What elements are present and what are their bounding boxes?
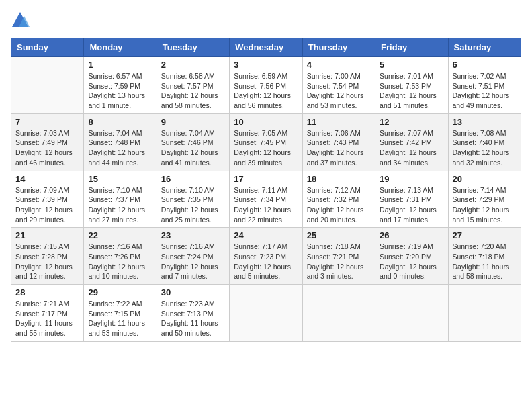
- calendar-week-row: 7Sunrise: 7:03 AMSunset: 7:49 PMDaylight…: [11, 113, 521, 171]
- day-info: Sunrise: 7:17 AMSunset: 7:23 PMDaylight:…: [234, 242, 298, 281]
- day-number: 1: [88, 60, 152, 70]
- day-number: 19: [380, 174, 443, 184]
- day-number: 9: [161, 117, 225, 127]
- day-number: 3: [234, 60, 298, 70]
- calendar-week-row: 1Sunrise: 6:57 AMSunset: 7:59 PMDaylight…: [11, 57, 521, 114]
- calendar-cell: 4Sunrise: 7:00 AMSunset: 7:54 PMDaylight…: [302, 57, 375, 114]
- page-header: [11, 11, 521, 30]
- day-number: 22: [88, 230, 152, 240]
- day-number: 12: [380, 117, 443, 127]
- calendar-cell: [448, 285, 521, 342]
- day-number: 30: [161, 287, 225, 298]
- day-info: Sunrise: 7:14 AMSunset: 7:29 PMDaylight:…: [453, 185, 517, 225]
- calendar-cell: 11Sunrise: 7:06 AMSunset: 7:43 PMDayligh…: [302, 113, 375, 171]
- day-number: 11: [307, 117, 371, 127]
- day-number: 25: [307, 230, 371, 240]
- calendar-week-row: 14Sunrise: 7:09 AMSunset: 7:39 PMDayligh…: [11, 171, 521, 228]
- weekday-header: Friday: [375, 38, 448, 57]
- calendar-cell: 30Sunrise: 7:23 AMSunset: 7:13 PMDayligh…: [157, 285, 229, 342]
- day-number: 10: [234, 117, 298, 127]
- weekday-header: Tuesday: [157, 38, 229, 57]
- calendar-cell: 21Sunrise: 7:15 AMSunset: 7:28 PMDayligh…: [11, 228, 84, 285]
- weekday-header: Saturday: [448, 38, 521, 57]
- calendar-cell: 5Sunrise: 7:01 AMSunset: 7:53 PMDaylight…: [375, 57, 448, 114]
- day-info: Sunrise: 7:10 AMSunset: 7:37 PMDaylight:…: [88, 185, 152, 225]
- day-number: 14: [15, 174, 79, 184]
- day-info: Sunrise: 7:05 AMSunset: 7:45 PMDaylight:…: [234, 128, 298, 168]
- day-info: Sunrise: 7:09 AMSunset: 7:39 PMDaylight:…: [15, 185, 79, 225]
- calendar-cell: [11, 57, 84, 114]
- day-info: Sunrise: 7:18 AMSunset: 7:21 PMDaylight:…: [307, 242, 371, 281]
- day-info: Sunrise: 7:02 AMSunset: 7:51 PMDaylight:…: [453, 71, 517, 111]
- calendar-cell: 13Sunrise: 7:08 AMSunset: 7:40 PMDayligh…: [448, 113, 521, 171]
- day-number: 4: [307, 60, 371, 70]
- day-info: Sunrise: 7:16 AMSunset: 7:24 PMDaylight:…: [161, 242, 225, 281]
- day-info: Sunrise: 7:19 AMSunset: 7:20 PMDaylight:…: [380, 242, 443, 281]
- day-info: Sunrise: 7:15 AMSunset: 7:28 PMDaylight:…: [15, 242, 79, 281]
- day-info: Sunrise: 7:12 AMSunset: 7:32 PMDaylight:…: [307, 185, 371, 225]
- day-number: 2: [161, 60, 225, 70]
- day-number: 26: [380, 230, 443, 240]
- day-info: Sunrise: 7:23 AMSunset: 7:13 PMDaylight:…: [161, 299, 225, 338]
- day-info: Sunrise: 7:13 AMSunset: 7:31 PMDaylight:…: [380, 185, 443, 225]
- day-info: Sunrise: 6:57 AMSunset: 7:59 PMDaylight:…: [88, 71, 152, 111]
- day-info: Sunrise: 6:58 AMSunset: 7:57 PMDaylight:…: [161, 71, 225, 111]
- day-number: 7: [15, 117, 79, 127]
- calendar-cell: [302, 285, 375, 342]
- day-info: Sunrise: 7:20 AMSunset: 7:18 PMDaylight:…: [453, 242, 517, 281]
- day-info: Sunrise: 7:04 AMSunset: 7:46 PMDaylight:…: [161, 128, 225, 168]
- calendar-cell: 14Sunrise: 7:09 AMSunset: 7:39 PMDayligh…: [11, 171, 84, 228]
- calendar-cell: [230, 285, 302, 342]
- calendar-cell: 26Sunrise: 7:19 AMSunset: 7:20 PMDayligh…: [375, 228, 448, 285]
- day-info: Sunrise: 7:00 AMSunset: 7:54 PMDaylight:…: [307, 71, 371, 111]
- calendar-cell: 23Sunrise: 7:16 AMSunset: 7:24 PMDayligh…: [157, 228, 229, 285]
- day-info: Sunrise: 6:59 AMSunset: 7:56 PMDaylight:…: [234, 71, 298, 111]
- day-info: Sunrise: 7:22 AMSunset: 7:15 PMDaylight:…: [88, 299, 152, 338]
- day-info: Sunrise: 7:21 AMSunset: 7:17 PMDaylight:…: [15, 299, 79, 338]
- weekday-header: Sunday: [11, 38, 84, 57]
- calendar-cell: 29Sunrise: 7:22 AMSunset: 7:15 PMDayligh…: [84, 285, 157, 342]
- day-number: 18: [307, 174, 371, 184]
- day-info: Sunrise: 7:04 AMSunset: 7:48 PMDaylight:…: [88, 128, 152, 168]
- day-number: 28: [15, 287, 79, 298]
- day-info: Sunrise: 7:16 AMSunset: 7:26 PMDaylight:…: [88, 242, 152, 281]
- calendar-cell: 15Sunrise: 7:10 AMSunset: 7:37 PMDayligh…: [84, 171, 157, 228]
- calendar-header-row: SundayMondayTuesdayWednesdayThursdayFrid…: [11, 38, 521, 57]
- weekday-header: Monday: [84, 38, 157, 57]
- calendar-week-row: 28Sunrise: 7:21 AMSunset: 7:17 PMDayligh…: [11, 285, 521, 342]
- calendar-week-row: 21Sunrise: 7:15 AMSunset: 7:28 PMDayligh…: [11, 228, 521, 285]
- day-number: 16: [161, 174, 225, 184]
- calendar-cell: 8Sunrise: 7:04 AMSunset: 7:48 PMDaylight…: [84, 113, 157, 171]
- weekday-header: Wednesday: [230, 38, 302, 57]
- calendar-cell: 1Sunrise: 6:57 AMSunset: 7:59 PMDaylight…: [84, 57, 157, 114]
- calendar-cell: 17Sunrise: 7:11 AMSunset: 7:34 PMDayligh…: [230, 171, 302, 228]
- calendar-cell: 24Sunrise: 7:17 AMSunset: 7:23 PMDayligh…: [230, 228, 302, 285]
- day-number: 5: [380, 60, 443, 70]
- calendar-cell: 20Sunrise: 7:14 AMSunset: 7:29 PMDayligh…: [448, 171, 521, 228]
- day-number: 21: [15, 230, 79, 240]
- calendar-cell: 19Sunrise: 7:13 AMSunset: 7:31 PMDayligh…: [375, 171, 448, 228]
- calendar-cell: 9Sunrise: 7:04 AMSunset: 7:46 PMDaylight…: [157, 113, 229, 171]
- calendar-cell: 2Sunrise: 6:58 AMSunset: 7:57 PMDaylight…: [157, 57, 229, 114]
- calendar-cell: 27Sunrise: 7:20 AMSunset: 7:18 PMDayligh…: [448, 228, 521, 285]
- calendar-cell: 7Sunrise: 7:03 AMSunset: 7:49 PMDaylight…: [11, 113, 84, 171]
- day-info: Sunrise: 7:07 AMSunset: 7:42 PMDaylight:…: [380, 128, 443, 168]
- day-info: Sunrise: 7:11 AMSunset: 7:34 PMDaylight:…: [234, 185, 298, 225]
- day-number: 20: [453, 174, 517, 184]
- calendar-cell: 18Sunrise: 7:12 AMSunset: 7:32 PMDayligh…: [302, 171, 375, 228]
- calendar-cell: [375, 285, 448, 342]
- day-info: Sunrise: 7:08 AMSunset: 7:40 PMDaylight:…: [453, 128, 517, 168]
- day-number: 17: [234, 174, 298, 184]
- day-number: 13: [453, 117, 517, 127]
- calendar-cell: 6Sunrise: 7:02 AMSunset: 7:51 PMDaylight…: [448, 57, 521, 114]
- calendar-cell: 3Sunrise: 6:59 AMSunset: 7:56 PMDaylight…: [230, 57, 302, 114]
- day-info: Sunrise: 7:10 AMSunset: 7:35 PMDaylight:…: [161, 185, 225, 225]
- day-info: Sunrise: 7:03 AMSunset: 7:49 PMDaylight:…: [15, 128, 79, 168]
- calendar: SundayMondayTuesdayWednesdayThursdayFrid…: [11, 38, 521, 342]
- day-info: Sunrise: 7:01 AMSunset: 7:53 PMDaylight:…: [380, 71, 443, 111]
- calendar-cell: 10Sunrise: 7:05 AMSunset: 7:45 PMDayligh…: [230, 113, 302, 171]
- weekday-header: Thursday: [302, 38, 375, 57]
- calendar-cell: 16Sunrise: 7:10 AMSunset: 7:35 PMDayligh…: [157, 171, 229, 228]
- day-number: 27: [453, 230, 517, 240]
- day-number: 23: [161, 230, 225, 240]
